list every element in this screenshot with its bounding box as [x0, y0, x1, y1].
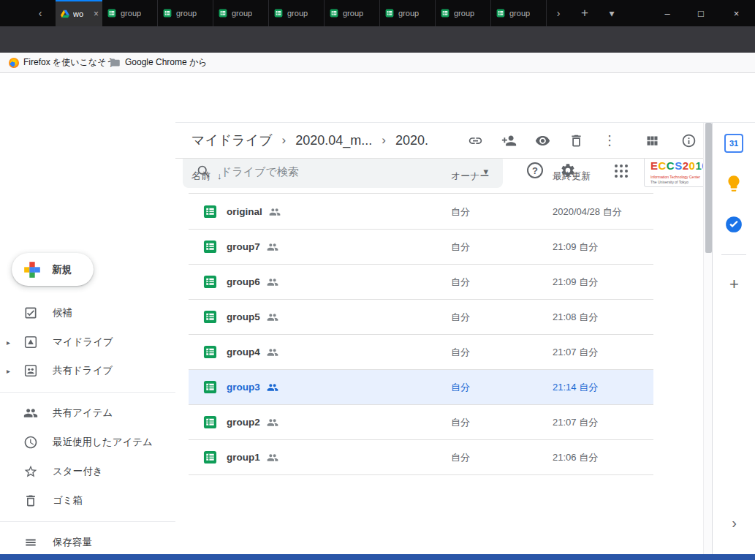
sidebar-item-label: 最近使用したアイテム: [53, 436, 153, 449]
sheets-favicon-icon: [274, 9, 283, 18]
eccs-logo-text: ECCS2016: [650, 159, 708, 172]
spreadsheet-icon: [203, 240, 217, 254]
file-row[interactable]: original 自分 2020/04/28 自分: [189, 194, 653, 230]
file-name: group3: [227, 382, 260, 393]
share-person-add-icon[interactable]: [501, 133, 517, 148]
keep-lightbulb-icon[interactable]: [724, 174, 743, 193]
vertical-scrollbar[interactable]: [703, 123, 712, 554]
file-modified: 21:06 自分: [553, 451, 598, 464]
file-modified: 21:07 自分: [553, 346, 598, 359]
bookmarks-bar: Firefox を使いこなそう Google Chrome から: [0, 53, 755, 73]
new-tab-button[interactable]: +: [573, 0, 596, 26]
browser-tab[interactable]: group: [436, 0, 491, 26]
file-owner: 自分: [451, 416, 470, 429]
tab-title: group: [398, 9, 419, 18]
file-row[interactable]: group3 自分 21:14 自分: [189, 370, 653, 405]
drive-favicon-icon: [61, 10, 69, 18]
tab-title: group: [509, 9, 530, 18]
shared-people-icon: [267, 241, 278, 253]
sheets-favicon-icon: [441, 9, 449, 18]
side-panel-expand-chevron-icon[interactable]: ›: [713, 512, 755, 534]
sheets-favicon-icon: [330, 9, 338, 18]
delete-icon[interactable]: [569, 133, 584, 148]
sort-arrow-icon[interactable]: ↓: [217, 170, 222, 181]
file-row[interactable]: group5 自分 21:08 自分: [189, 300, 653, 335]
file-row[interactable]: group7 自分 21:09 自分: [189, 230, 653, 265]
new-button[interactable]: 新規: [12, 253, 94, 286]
file-toolbar: マイドライブ › 2020.04_m... › 2020. ⋮: [175, 123, 703, 159]
bookmark-item[interactable]: Firefox を使いこなそう: [9, 53, 115, 72]
tab-scroll-right-icon[interactable]: ›: [548, 0, 569, 26]
sheets-favicon-icon: [219, 9, 227, 18]
trash-icon: [23, 493, 38, 508]
sidebar-item-label: ゴミ箱: [53, 494, 83, 507]
column-header-modified[interactable]: 最終更新: [553, 159, 591, 193]
sidebar-item-trash[interactable]: ゴミ箱: [0, 486, 175, 515]
my-drive-icon: [23, 335, 38, 349]
new-button-label: 新規: [52, 263, 72, 276]
breadcrumb-item[interactable]: 2020.04_m...: [295, 133, 372, 148]
sheets-favicon-icon: [107, 9, 116, 18]
browser-tab[interactable]: group: [380, 0, 436, 26]
sidebar-item-recent[interactable]: 最近使用したアイテム: [0, 428, 175, 457]
org-line-1: Information Technology Center: [650, 175, 700, 179]
file-row[interactable]: group4 自分 21:07 自分: [189, 335, 653, 370]
spreadsheet-icon: [203, 415, 217, 429]
sidebar-item-label: 共有ドライブ: [53, 364, 113, 377]
sidebar-divider: [0, 392, 175, 393]
sidebar-item-shared-drives[interactable]: ▸ 共有ドライブ: [0, 356, 175, 385]
file-row[interactable]: group6 自分 21:09 自分: [189, 265, 653, 300]
browser-tab[interactable]: group: [213, 0, 269, 26]
spreadsheet-icon: [203, 380, 217, 394]
add-addon-plus-icon[interactable]: +: [713, 273, 755, 295]
file-row[interactable]: group1 自分 21:06 自分: [189, 440, 653, 475]
sheets-favicon-icon: [496, 9, 505, 18]
breadcrumb-item[interactable]: 2020.: [395, 133, 428, 148]
expand-caret-icon[interactable]: ▸: [7, 367, 10, 375]
browser-tab[interactable]: group: [325, 0, 380, 26]
spreadsheet-icon: [203, 205, 217, 219]
tab-title: group: [176, 9, 197, 18]
tab-title: group: [232, 9, 252, 18]
more-actions-kebab-icon[interactable]: ⋮: [603, 123, 616, 158]
window-maximize-button[interactable]: □: [684, 0, 718, 26]
file-row[interactable]: group2 自分 21:07 自分: [189, 405, 653, 440]
browser-tab[interactable]: group: [158, 0, 213, 26]
column-header-name[interactable]: 名前 ↓: [191, 159, 222, 193]
file-name: original: [227, 206, 262, 217]
tab-close-icon[interactable]: ×: [94, 9, 99, 19]
sidebar-item-shared-with-me[interactable]: 共有アイテム: [0, 398, 175, 428]
column-label: 最終更新: [553, 170, 591, 183]
file-modified: 21:09 自分: [553, 276, 598, 289]
shared-drives-icon: [23, 363, 38, 378]
side-panel-divider: [721, 254, 746, 255]
bookmark-folder[interactable]: Google Chrome から: [110, 53, 208, 72]
expand-caret-icon[interactable]: ▸: [7, 338, 10, 347]
breadcrumb-item[interactable]: マイドライブ: [191, 132, 273, 149]
sidebar-item-storage[interactable]: 保存容量: [0, 528, 175, 557]
calendar-day-label: 31: [729, 139, 738, 148]
sidebar-item-label: 候補: [53, 306, 72, 319]
tasks-icon[interactable]: [724, 215, 743, 234]
calendar-icon[interactable]: 31: [724, 134, 743, 153]
browser-tab[interactable]: group: [102, 0, 158, 26]
sidebar-item-priority[interactable]: 候補: [0, 298, 175, 328]
browser-tab-active[interactable]: wo ×: [56, 0, 102, 26]
window-close-button[interactable]: ×: [718, 0, 755, 26]
sidebar-item-starred[interactable]: スター付き: [0, 457, 175, 486]
browser-tab[interactable]: group: [491, 0, 547, 26]
info-icon[interactable]: [681, 133, 697, 148]
preview-eye-icon[interactable]: [535, 133, 550, 148]
tab-title: group: [121, 9, 141, 18]
file-name: group2: [227, 417, 260, 428]
get-link-icon[interactable]: [468, 133, 483, 148]
sidebar-item-my-drive[interactable]: ▸ マイドライブ: [0, 328, 175, 357]
folder-icon: [110, 57, 121, 68]
window-minimize-button[interactable]: –: [650, 0, 684, 26]
bookmark-label: Google Chrome から: [125, 56, 208, 69]
browser-tab[interactable]: group: [269, 0, 325, 26]
grid-view-icon[interactable]: [645, 133, 660, 148]
scrollbar-thumb[interactable]: [705, 123, 712, 253]
tab-scroll-left-icon[interactable]: ‹: [29, 0, 51, 26]
tab-list-dropdown-icon[interactable]: ▾: [601, 0, 623, 26]
